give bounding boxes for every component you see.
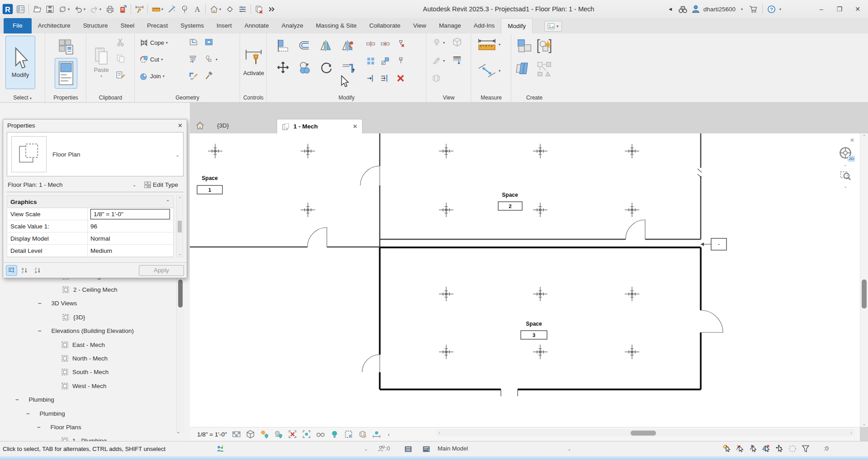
- cut-geometry-button[interactable]: Cut▾: [139, 54, 164, 65]
- split-with-gap-icon[interactable]: [380, 39, 390, 49]
- selection-box-icon[interactable]: [344, 430, 353, 439]
- select-face-icon[interactable]: [762, 444, 771, 453]
- trim-multiple-icon[interactable]: [380, 73, 390, 83]
- panel-modify-label[interactable]: Modify: [267, 95, 426, 101]
- wall-joins-icon[interactable]: [189, 71, 198, 81]
- chevrons-right-icon[interactable]: [266, 3, 278, 15]
- drag-select-icon[interactable]: [775, 444, 784, 453]
- section-collapse-icon[interactable]: ⌃: [166, 199, 170, 204]
- browser-item-north-mech[interactable]: North - Mech: [0, 351, 174, 365]
- unpin-icon[interactable]: [396, 39, 406, 49]
- pin-dim-icon[interactable]: [133, 3, 145, 15]
- browser-item-plumbing[interactable]: −Plumbing: [0, 407, 174, 420]
- zoom-region-icon[interactable]: [840, 170, 851, 181]
- palette-scrollbar[interactable]: ⌃ ⌄: [176, 195, 183, 257]
- collapse-icon[interactable]: −: [26, 410, 30, 417]
- reveal-hidden-icon[interactable]: [330, 430, 339, 439]
- create-parts-icon[interactable]: [515, 60, 533, 78]
- panel-create-label[interactable]: Create: [512, 95, 557, 101]
- help-icon[interactable]: ?: [767, 4, 777, 14]
- property-row-display-model[interactable]: Display ModelNormal: [7, 232, 173, 245]
- username[interactable]: dharti25600: [703, 6, 736, 13]
- mirror-pick-axis-icon[interactable]: [319, 38, 334, 53]
- ribbon-tab-modify[interactable]: Modify: [501, 18, 533, 33]
- palette-scrollbar-thumb[interactable]: [178, 221, 182, 232]
- active-workset[interactable]: Main Model: [438, 445, 468, 452]
- property-value[interactable]: Normal: [88, 232, 173, 244]
- cart-icon[interactable]: [748, 4, 758, 14]
- ribbon-tab-structure[interactable]: Structure: [77, 18, 114, 33]
- horizontal-scrollbar[interactable]: ‹ ›: [436, 429, 854, 436]
- view-scale-control[interactable]: 1/8" = 1'-0": [197, 431, 227, 438]
- sync-icon-chevron[interactable]: ▾: [68, 7, 71, 11]
- linework-brush-icon[interactable]: ▾: [431, 55, 446, 66]
- hscroll-right-icon[interactable]: ›: [848, 431, 854, 435]
- view-tab-1-mech[interactable]: 1 - Mech ✕: [277, 119, 363, 133]
- scale-icon[interactable]: [380, 56, 390, 66]
- measure-ruler-icon-chevron[interactable]: ▾: [161, 7, 165, 11]
- design-options-icon[interactable]: [422, 445, 430, 453]
- editing-requests-icon[interactable]: [377, 445, 385, 453]
- palette-header[interactable]: Properties ✕: [3, 119, 187, 131]
- beam-opening-icon[interactable]: [204, 37, 214, 47]
- palette-close-icon[interactable]: ✕: [178, 122, 183, 129]
- properties-palette-toggle[interactable]: [55, 58, 77, 89]
- help-chevron-icon[interactable]: ▾: [779, 7, 781, 11]
- view-tab-3d[interactable]: {3D}: [211, 118, 235, 133]
- collapse-icon[interactable]: −: [38, 327, 42, 334]
- type-selector-chevron-icon[interactable]: ⌄: [176, 152, 179, 157]
- collapse-icon[interactable]: −: [37, 424, 41, 431]
- hscroll-left-icon[interactable]: ‹: [436, 431, 443, 435]
- minimize-button[interactable]: –: [814, 0, 829, 18]
- property-value[interactable]: Medium: [88, 245, 173, 256]
- sync-icon[interactable]: [57, 3, 68, 15]
- ribbon-tab-steel[interactable]: Steel: [114, 18, 141, 33]
- selector-chevron-icon[interactable]: ⌄: [132, 182, 136, 187]
- floor-plan-drawing[interactable]: Space1Space2Space3-: [190, 133, 860, 427]
- section-icon[interactable]: [166, 3, 178, 15]
- apply-button[interactable]: Apply: [139, 265, 184, 276]
- sort-ascending-button[interactable]: AZ: [19, 265, 30, 276]
- panel-geometry-label[interactable]: Geometry: [135, 95, 240, 101]
- property-row-view-scale[interactable]: View Scale1/8" = 1'-0": [7, 208, 173, 220]
- browser-item-elevations-building-elevation-[interactable]: −Elevations (Building Elevation): [0, 324, 174, 338]
- filter-icon[interactable]: [801, 444, 810, 453]
- sort-descending-button[interactable]: ZA: [32, 265, 43, 276]
- undo-icon-chevron[interactable]: ▾: [84, 7, 87, 11]
- visual-style-icon[interactable]: [246, 430, 255, 439]
- create-assembly-icon[interactable]: [535, 37, 553, 55]
- measure-between-icon[interactable]: ▾: [476, 65, 501, 76]
- restore-button[interactable]: ❐: [832, 0, 847, 18]
- status-chevron-icon[interactable]: ⌄: [362, 445, 370, 453]
- modify-tab-options[interactable]: ▾: [544, 21, 562, 32]
- browser-item-east-mech[interactable]: East - Mech: [0, 338, 174, 351]
- browser-scroll-down-icon[interactable]: ⌄: [176, 429, 180, 434]
- ribbon-tab-file[interactable]: File: [4, 18, 32, 33]
- select-pinned-icon[interactable]: [749, 444, 758, 453]
- pin-icon[interactable]: [396, 56, 406, 66]
- revit-logo[interactable]: R: [2, 3, 14, 15]
- browser-item--3d-[interactable]: {3D}: [0, 310, 174, 324]
- wheel-chevron-icon[interactable]: ⌄: [844, 162, 847, 167]
- copy-icon[interactable]: [297, 60, 312, 75]
- navbar-close-icon[interactable]: ✕: [850, 137, 854, 143]
- panel-properties-label[interactable]: Properties: [46, 95, 86, 101]
- browser-scrollbar[interactable]: [176, 269, 184, 433]
- close-hidden-icon[interactable]: [253, 3, 265, 15]
- ribbon-tab-massing-site[interactable]: Massing & Site: [310, 18, 363, 33]
- selection-circle-icon[interactable]: [788, 444, 797, 453]
- measure-ruler-icon[interactable]: [150, 3, 162, 15]
- activate-controls-button[interactable]: Activate: [241, 36, 266, 89]
- type-selector[interactable]: Floor Plan ⌄: [7, 132, 184, 176]
- save-icon[interactable]: [44, 3, 56, 15]
- wall-opening-icon[interactable]: [189, 37, 198, 47]
- print-icon[interactable]: [104, 3, 116, 15]
- undo-icon[interactable]: [72, 3, 84, 15]
- join-button[interactable]: Join▾: [139, 71, 165, 81]
- close-view-icon[interactable]: ✕: [353, 123, 358, 130]
- browser-item-south-mech[interactable]: South - Mech: [0, 365, 174, 379]
- property-row-detail-level[interactable]: Detail LevelMedium: [7, 245, 173, 257]
- match-type-icon[interactable]: [116, 70, 126, 80]
- paste-button[interactable]: Paste ▾: [90, 36, 112, 89]
- move-icon[interactable]: [275, 60, 291, 75]
